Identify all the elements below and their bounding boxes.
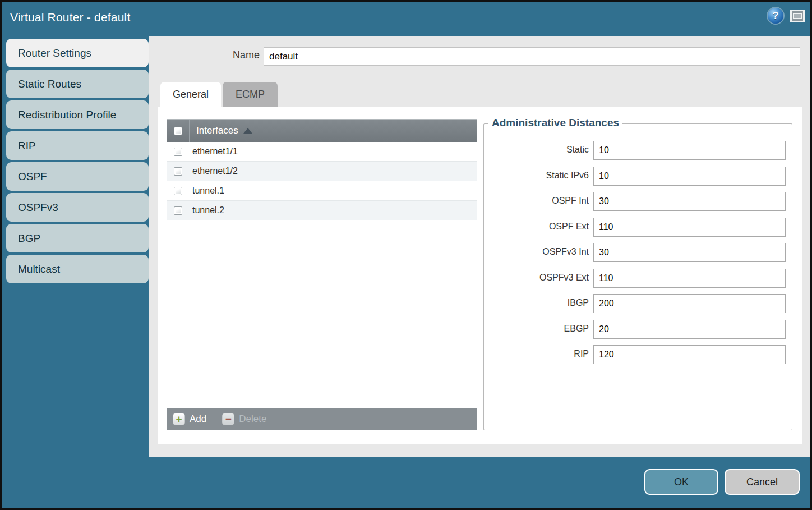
select-all-checkbox[interactable] <box>174 127 182 135</box>
sidebar-item-static-routes[interactable]: Static Routes <box>6 70 149 98</box>
grid-column-divider <box>473 142 473 408</box>
row-checkbox[interactable] <box>174 167 182 176</box>
delete-button-label: Delete <box>239 413 266 425</box>
sidebar-item-label: OSPF <box>18 171 47 182</box>
cancel-button[interactable]: Cancel <box>725 469 800 495</box>
tab-ecmp[interactable]: ECMP <box>223 82 278 107</box>
sidebar-item-bgp[interactable]: BGP <box>6 224 149 252</box>
table-row[interactable]: tunnel.2 <box>167 201 477 220</box>
interfaces-grid-toolbar: Add Delete <box>167 408 477 430</box>
add-button-label: Add <box>190 413 206 425</box>
help-icon[interactable] <box>768 8 783 24</box>
row-checkbox[interactable] <box>174 187 182 195</box>
ospfv3-int-input[interactable] <box>593 243 786 262</box>
sidebar-item-rip[interactable]: RIP <box>6 131 149 160</box>
table-row[interactable]: ethernet1/1 <box>167 142 477 162</box>
rip-input[interactable] <box>593 345 786 364</box>
ospfv3-ext-input[interactable] <box>593 269 786 288</box>
ospf-int-label: OSPF Int <box>484 196 589 206</box>
ospfv3-ext-label: OSPFv3 Ext <box>484 273 589 283</box>
table-row[interactable]: tunnel.1 <box>167 181 477 201</box>
dialog-title: Virtual Router - default <box>10 11 131 24</box>
ebgp-input[interactable] <box>593 320 786 339</box>
interfaces-grid: Interfaces ethernet1/1 ethernet1/2 <box>167 119 477 430</box>
row-checkbox[interactable] <box>174 206 182 215</box>
row-checkbox[interactable] <box>174 148 182 156</box>
sidebar-item-label: Multicast <box>18 263 60 275</box>
static-input[interactable] <box>593 141 786 160</box>
sort-asc-icon <box>243 128 252 134</box>
administrative-distances-group: Administrative Distances Static Static I… <box>483 123 792 430</box>
static-label: Static <box>484 145 589 155</box>
sidebar-item-label: RIP <box>18 140 36 151</box>
name-label: Name <box>205 49 260 61</box>
sidebar-item-label: Static Routes <box>18 78 81 90</box>
header-checkbox-cell <box>167 120 190 142</box>
plus-icon <box>173 413 185 425</box>
interface-name: tunnel.1 <box>189 186 224 196</box>
table-row[interactable]: ethernet1/2 <box>167 162 477 181</box>
interface-name: ethernet1/1 <box>189 146 238 157</box>
sidebar-item-label: Router Settings <box>18 47 91 59</box>
sidebar-item-label: BGP <box>18 232 40 244</box>
delete-button[interactable]: Delete <box>222 413 266 425</box>
content-area: Name General ECMP Interfaces <box>149 36 810 457</box>
virtual-router-dialog: Virtual Router - default Router Settings… <box>0 0 812 510</box>
ok-button[interactable]: OK <box>644 469 718 495</box>
interfaces-grid-body: ethernet1/1 ethernet1/2 tunnel.1 tunnel.… <box>167 142 477 408</box>
sidebar-item-multicast[interactable]: Multicast <box>6 255 149 283</box>
ibgp-label: IBGP <box>484 298 589 308</box>
group-title: Administrative Distances <box>488 117 622 129</box>
minus-icon <box>222 413 234 425</box>
ospf-ext-input[interactable] <box>593 218 786 237</box>
ospf-int-input[interactable] <box>593 192 786 211</box>
name-input[interactable] <box>264 47 800 66</box>
sidebar-item-label: OSPFv3 <box>18 201 58 213</box>
interfaces-column-header: Interfaces <box>196 125 238 136</box>
window-restore-icon[interactable] <box>790 10 805 22</box>
ospf-ext-label: OSPF Ext <box>484 222 589 232</box>
sidebar-item-ospf[interactable]: OSPF <box>6 162 149 191</box>
ospfv3-int-label: OSPFv3 Int <box>484 247 589 257</box>
sidebar-item-ospfv3[interactable]: OSPFv3 <box>6 193 149 222</box>
interface-name: tunnel.2 <box>189 205 224 215</box>
general-tab-panel: Interfaces ethernet1/1 ethernet1/2 <box>158 107 802 444</box>
sidebar-item-redistribution-profile[interactable]: Redistribution Profile <box>6 100 149 129</box>
rip-label: RIP <box>484 349 589 359</box>
static-ipv6-input[interactable] <box>593 167 786 186</box>
static-ipv6-label: Static IPv6 <box>484 171 589 181</box>
sidebar-item-label: Redistribution Profile <box>18 109 116 121</box>
add-button[interactable]: Add <box>173 413 206 425</box>
sidebar-item-router-settings[interactable]: Router Settings <box>6 39 149 67</box>
interfaces-grid-header[interactable]: Interfaces <box>167 120 477 142</box>
ebgp-label: EBGP <box>484 324 589 334</box>
tab-general[interactable]: General <box>160 82 221 107</box>
interface-name: ethernet1/2 <box>189 166 238 176</box>
ibgp-input[interactable] <box>593 294 786 313</box>
